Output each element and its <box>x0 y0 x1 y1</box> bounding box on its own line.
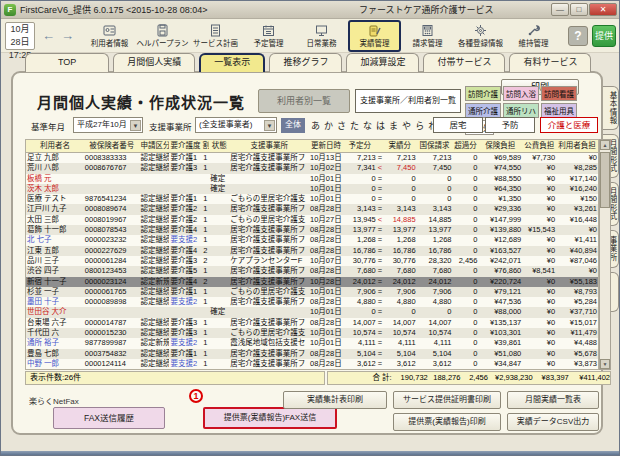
cell-riyosha: ¥37,710 <box>556 307 598 317</box>
kana-filter-あ[interactable]: あ <box>311 119 320 132</box>
table-row-千代田六[interactable]: 千代田 六0000015230認定継続要介護31ごもらの里居宅介護支10月01日… <box>26 328 598 338</box>
table-row-茨木太郎[interactable]: 茨木 太郎確定10月01日0=000¥64,350¥0¥16,240 <box>26 184 598 194</box>
table-row-杉並一子[interactable]: 杉並 一子0000061765認定継続要介護11ごもらの里居宅介護支10月01日… <box>26 287 598 297</box>
cell-actual: 7,680 <box>383 266 417 276</box>
gear-icon <box>474 24 487 37</box>
kana-filter-さ[interactable]: さ <box>337 119 346 132</box>
cell-name: 茨木 太郎 <box>26 184 84 194</box>
cell-status <box>209 204 229 214</box>
toolbar-button-ヘルパープラン[interactable]: ヘルパープラン <box>136 20 189 52</box>
maximize-button[interactable]: □ <box>570 3 588 16</box>
tab-加減算設定[interactable]: 加減算設定 <box>346 53 419 72</box>
print-summary-button[interactable]: 実績集計表印刷 <box>283 391 387 409</box>
help-button[interactable]: ? <box>568 26 588 46</box>
cell-update: 08月28日 <box>309 225 343 235</box>
toolbar-button-日常業務[interactable]: 日常業務 <box>295 20 348 52</box>
kana-filter-は[interactable]: は <box>376 119 385 132</box>
cell-ins_no: 0000124114 <box>84 359 140 369</box>
cell-office: 居宅介護支援事業所フ <box>229 246 309 256</box>
fax-history-button[interactable]: FAX送信履歴 <box>53 407 165 429</box>
cell-kohi: ¥0 <box>522 349 556 359</box>
cell-status <box>209 349 229 359</box>
table-row-中野一郎[interactable]: 中野 一郎0000124114認定継続要支援21居宅介護支援事業所フ08月28日… <box>26 359 598 369</box>
office-dropdown[interactable]: (全支援事業者) ▼ <box>195 117 277 133</box>
tab-推移グラフ[interactable]: 推移グラフ <box>269 53 342 72</box>
scroll-down-icon[interactable]: ▼ <box>600 359 610 369</box>
toolbar-button-維持管理[interactable]: 維持管理 <box>507 20 560 52</box>
table-row-葛飾十一郎[interactable]: 葛飾 十一郎0008078543認定継続要介護41居宅介護支援事業所フ08月28… <box>26 225 598 235</box>
cell-choka: 0 <box>453 287 479 297</box>
cell-hoken: ¥88,550 <box>478 174 522 184</box>
close-button[interactable]: ✕ <box>589 3 617 16</box>
side-tab-基本情報[interactable]: 基本情報 <box>602 86 619 130</box>
user-list-button[interactable]: 利用者別一覧 <box>258 89 350 113</box>
print-certificate-button[interactable]: サービス提供証明書印刷 <box>393 391 501 409</box>
toolbar-button-各種登録情報[interactable]: 各種登録情報 <box>454 20 507 52</box>
table-scrollbar[interactable]: ▲ ▼ <box>599 139 611 370</box>
cell-status <box>209 287 229 297</box>
table-row-板橋元[interactable]: 板橋 元確定10月01日0=000¥88,550¥0¥17,140 <box>26 174 598 184</box>
scrollbar-thumb[interactable] <box>600 152 610 208</box>
kana-filter-ま[interactable]: ま <box>389 119 398 132</box>
cell-ins_no <box>84 174 140 184</box>
cell-choka: 0 <box>453 184 479 194</box>
cell-status <box>209 225 229 235</box>
cell-kaigo: 要介護2 <box>169 204 201 214</box>
kana-filter-な[interactable]: な <box>363 119 372 132</box>
kana-filter-ら[interactable]: ら <box>415 119 424 132</box>
table-row-太田三郎[interactable]: 太田 三郎0008019967認定継続要介護21ごもらの里居宅介護支10月27日… <box>26 215 598 225</box>
table-row-品川三子[interactable]: 品川 三子0000061284認定継続要介護32ケアプランセンターF10月07日… <box>26 256 598 266</box>
tab-一覧表示[interactable]: 一覧表示 <box>199 53 265 72</box>
table-row-通所裕子[interactable]: 通所 裕子9877899987認定新規要支援21霞浅尾地域包括支援セ10月01日… <box>26 338 598 348</box>
table-row-台東場六子[interactable]: 台東場 六子0000014787認定継続要介護31居宅介護支援事業所フ08月28… <box>26 318 598 328</box>
cell-office: 霞浅尾地域包括支援セ <box>229 338 309 348</box>
table-row-世田谷大介[interactable]: 世田谷 大介確定10月01日0=000¥88,000¥0¥37,710 <box>26 307 598 317</box>
cell-kohi: ¥0 <box>522 194 556 204</box>
kana-filter-か[interactable]: か <box>324 119 333 132</box>
toolbar-button-予定管理[interactable]: 予定管理 <box>242 20 295 52</box>
netfax-label: 楽らくNetFax <box>29 395 79 406</box>
table-row-豊島七郎[interactable]: 豊島 七郎0003754832認定継続要介護11居宅介護支援事業所フ08月28日… <box>26 349 598 359</box>
csv-export-button[interactable]: 実績データCSV出力 <box>507 413 599 431</box>
cell-wari: 1 <box>201 204 209 214</box>
monthly-list-button[interactable]: 月間実績一覧表 <box>507 391 599 409</box>
base-month-dropdown[interactable]: 平成27年10月 ▼ <box>73 117 143 133</box>
forward-arrow-icon[interactable]: → <box>61 21 74 51</box>
print-report-button[interactable]: 提供票(実績報告)印刷 <box>393 413 501 431</box>
filter-all-button[interactable]: 全体 <box>281 118 305 133</box>
cell-kohi: ¥0 <box>522 235 556 245</box>
scroll-up-icon[interactable]: ▲ <box>600 140 610 150</box>
back-arrow-icon[interactable]: ← <box>42 21 55 51</box>
table-row-足立九郎[interactable]: 足立 九郎0008383333認定継続要介護11居宅介護支援事業所フ10月13日… <box>26 153 598 163</box>
toolbar-button-サービス計画[interactable]: サービス計画 <box>189 20 242 52</box>
toolbar-button-実績管理[interactable]: 実績管理 <box>348 20 401 52</box>
fax-send-report-button[interactable]: 提供票(実績報告)FAX送信 <box>203 407 337 429</box>
table-row-江東五郎[interactable]: 江東 五郎0000227629認定継続要介護42居宅介護支援事業所フ08月28日… <box>26 246 598 256</box>
cell-hoken: ¥47,536 <box>478 297 522 307</box>
tab-月間個人実績[interactable]: 月間個人実績 <box>113 53 195 72</box>
yobo-button[interactable]: 予防 <box>485 117 535 133</box>
toolbar-button-利用者情報[interactable]: 利用者情報 <box>83 20 136 52</box>
provide-button[interactable]: 提供 <box>592 25 616 47</box>
kana-filter-た[interactable]: た <box>350 119 359 132</box>
table-row-北七子[interactable]: 北 七子0000023232認定継続要支援21居宅介護支援事業所フ08月28日1… <box>26 235 598 245</box>
table-row-江戸川九子[interactable]: 江戸川 九子0008089674認定継続要介護21居宅介護支援事業所フ08月28… <box>26 204 598 214</box>
table-row-医療テスト[interactable]: 医療 テスト9876541234認定継続要介護11ごもらの里居宅介護支10月01… <box>26 194 598 204</box>
table-row-渋谷四子[interactable]: 渋谷 四子0800123453認定継続要介護51居宅介護支援事業所フ08月28日… <box>26 266 598 276</box>
cell-office: ごもらの里居宅介護支 <box>229 328 309 338</box>
tab-付帯サービス[interactable]: 付帯サービス <box>423 53 505 72</box>
table-row-新宿十一子[interactable]: 新宿 十一子0000023124認定新規要介護42居宅介護支援事業所フ10月28… <box>26 277 598 287</box>
cell-kohi: ¥0 <box>522 318 556 328</box>
table-row-墨田十子[interactable]: 墨田 十子0000089898認定継続要支援21居宅介護支援事業所フ08月28日… <box>26 297 598 307</box>
kaigo-iryo-button[interactable]: 介護と医療 <box>540 117 598 133</box>
tab-有料サービス[interactable]: 有料サービス <box>509 53 591 72</box>
table-row-荒川八郎[interactable]: 荒川 八郎0008676767認定継続要介護31居宅介護支援事業所フ10月02日… <box>26 163 598 173</box>
cell-riyosha: ¥0 <box>556 153 598 163</box>
office-user-list-button[interactable]: 支援事業所／利用者別一覧 <box>355 89 461 113</box>
minimize-button[interactable]: — <box>551 3 569 16</box>
toolbar-button-請求管理[interactable]: 請求管理 <box>401 20 454 52</box>
kana-filter-や[interactable]: や <box>402 119 411 132</box>
kyotaku-button[interactable]: 居宅 <box>433 117 483 133</box>
tab-TOP[interactable]: TOP <box>25 53 109 72</box>
cell-wari: 1 <box>201 163 209 173</box>
